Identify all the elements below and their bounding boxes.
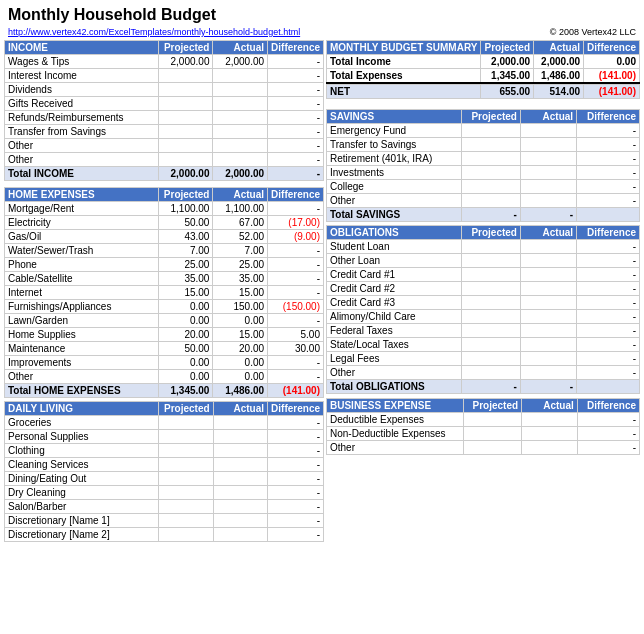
table-row: Interest Income - — [5, 69, 324, 83]
row-actual: 67.00 — [213, 215, 268, 229]
total-diff — [577, 207, 640, 221]
row-label: Dividends — [5, 83, 159, 97]
row-actual — [213, 97, 268, 111]
row-actual — [520, 254, 576, 268]
row-projected — [461, 254, 520, 268]
table-row: Investments - — [327, 165, 640, 179]
table-row: Internet 15.00 15.00 - — [5, 285, 324, 299]
row-actual: 0.00 — [213, 313, 268, 327]
row-projected — [158, 111, 213, 125]
total-projected: - — [461, 207, 520, 221]
income-header-label: INCOME — [5, 41, 159, 55]
table-row: Alimony/Child Care - — [327, 310, 640, 324]
total-projected: 2,000.00 — [158, 167, 213, 181]
row-actual — [522, 412, 578, 426]
row-diff: - — [268, 444, 324, 458]
row-diff: - — [268, 369, 324, 383]
row-projected — [158, 528, 213, 542]
row-diff: - — [268, 97, 324, 111]
spacer-row — [327, 99, 640, 105]
summary-income-projected: 2,000.00 — [481, 55, 534, 69]
row-label: Internet — [5, 285, 159, 299]
row-label: Electricity — [5, 215, 159, 229]
row-diff: - — [577, 254, 640, 268]
table-row: Home Supplies 20.00 15.00 5.00 — [5, 327, 324, 341]
row-actual — [213, 139, 268, 153]
row-diff: - — [268, 257, 324, 271]
spreadsheet: Monthly Household Budget http://www.vert… — [0, 0, 644, 546]
row-actual — [213, 111, 268, 125]
row-label: Other — [327, 193, 462, 207]
row-label: Gifts Received — [5, 97, 159, 111]
row-label: Transfer from Savings — [5, 125, 159, 139]
row-diff: - — [268, 111, 324, 125]
home-projected-header: Projected — [158, 187, 213, 201]
row-actual — [520, 240, 576, 254]
row-diff: - — [268, 55, 324, 69]
row-label: Student Loan — [327, 240, 462, 254]
summary-net-actual: 514.00 — [534, 85, 584, 99]
savings-header-label: SAVINGS — [327, 109, 462, 123]
table-row: Other - — [5, 139, 324, 153]
row-actual: 52.00 — [213, 229, 268, 243]
row-label: Investments — [327, 165, 462, 179]
row-label: Legal Fees — [327, 352, 462, 366]
row-projected — [158, 83, 213, 97]
row-diff: - — [577, 151, 640, 165]
row-actual — [213, 444, 267, 458]
summary-net-row: NET 655.00 514.00 (141.00) — [327, 85, 640, 99]
table-row: Other Loan - — [327, 254, 640, 268]
row-projected — [463, 426, 522, 440]
row-diff: - — [268, 430, 324, 444]
row-label: Cable/Satellite — [5, 271, 159, 285]
summary-expense-projected: 1,345.00 — [481, 69, 534, 84]
income-header-row: INCOME Projected Actual Difference — [5, 41, 324, 55]
url-row: http://www.vertex42.com/ExcelTemplates/m… — [4, 26, 640, 38]
row-actual: 1,100.00 — [213, 201, 268, 215]
row-actual: 0.00 — [213, 355, 268, 369]
table-row: Discretionary [Name 1] - — [5, 514, 324, 528]
row-projected — [158, 514, 213, 528]
row-actual — [522, 440, 578, 454]
row-projected: 50.00 — [158, 341, 213, 355]
daily-diff-header: Difference — [268, 402, 324, 416]
table-row: Cleaning Services - — [5, 458, 324, 472]
table-row: Student Loan - — [327, 240, 640, 254]
row-label: State/Local Taxes — [327, 338, 462, 352]
table-row: Mortgage/Rent 1,100.00 1,100.00 - — [5, 201, 324, 215]
row-actual: 15.00 — [213, 327, 268, 341]
row-projected: 1,100.00 — [158, 201, 213, 215]
row-projected — [461, 151, 520, 165]
row-diff: - — [268, 285, 324, 299]
table-row: Emergency Fund - — [327, 123, 640, 137]
summary-expense-row: Total Expenses 1,345.00 1,486.00 (141.00… — [327, 69, 640, 84]
row-diff: - — [268, 125, 324, 139]
savings-total-row: Total SAVINGS - - — [327, 207, 640, 221]
row-actual — [520, 352, 576, 366]
table-row: Retirement (401k, IRA) - — [327, 151, 640, 165]
row-diff: - — [268, 486, 324, 500]
daily-projected-header: Projected — [158, 402, 213, 416]
table-row: Electricity 50.00 67.00 (17.00) — [5, 215, 324, 229]
row-label: Improvements — [5, 355, 159, 369]
table-row: Wages & Tips 2,000.00 2,000.00 - — [5, 55, 324, 69]
table-row: Cable/Satellite 35.00 35.00 - — [5, 271, 324, 285]
row-label: Credit Card #1 — [327, 268, 462, 282]
url-link[interactable]: http://www.vertex42.com/ExcelTemplates/m… — [8, 27, 300, 37]
row-label: Water/Sewer/Trash — [5, 243, 159, 257]
total-diff: - — [268, 167, 324, 181]
row-label: Other Loan — [327, 254, 462, 268]
total-projected: 1,345.00 — [158, 383, 213, 397]
row-diff: - — [268, 355, 324, 369]
row-actual — [213, 83, 268, 97]
row-actual — [213, 125, 268, 139]
table-row: College - — [327, 179, 640, 193]
home-total-row: Total HOME EXPENSES 1,345.00 1,486.00 (1… — [5, 383, 324, 397]
row-diff: - — [268, 201, 324, 215]
row-projected — [158, 430, 213, 444]
total-actual: - — [520, 207, 576, 221]
row-diff: - — [268, 472, 324, 486]
row-label: Credit Card #3 — [327, 296, 462, 310]
row-projected: 2,000.00 — [158, 55, 213, 69]
summary-actual-header: Actual — [534, 41, 584, 55]
